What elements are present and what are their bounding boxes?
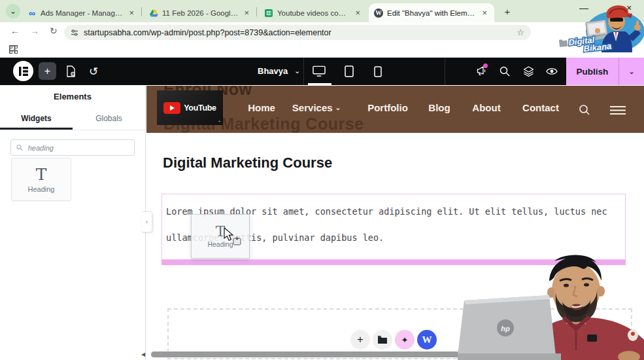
drag-copy-badge bbox=[233, 236, 241, 245]
wordpress-button[interactable]: W bbox=[417, 330, 437, 350]
history-icon[interactable]: ↺ bbox=[87, 65, 100, 78]
scrollbar-thumb[interactable] bbox=[151, 351, 629, 357]
search-icon bbox=[16, 144, 23, 151]
horizontal-scrollbar: ◀ bbox=[141, 351, 644, 358]
logo-text: YouTube bbox=[184, 103, 216, 113]
mouse-cursor bbox=[224, 228, 245, 250]
panel-collapse-handle[interactable]: ‹ bbox=[142, 211, 152, 232]
publish-options-button[interactable]: ⌄ bbox=[619, 67, 644, 76]
tab-search-button[interactable]: ⌄ bbox=[6, 4, 20, 18]
heading-widget-card[interactable]: T Heading bbox=[11, 158, 71, 201]
close-icon[interactable]: × bbox=[353, 8, 362, 18]
screen: ⌄ ∞ Ads Manager - Manage ads - C × 11 Fe… bbox=[0, 0, 644, 360]
tab-elementor-active[interactable]: W Edit "Bhavya" with Elementor × bbox=[369, 3, 494, 22]
preview-eye-icon[interactable] bbox=[545, 65, 558, 78]
nav-blog[interactable]: Blog bbox=[428, 102, 450, 113]
search-input[interactable] bbox=[27, 143, 129, 153]
active-device-underline bbox=[308, 83, 331, 85]
tab-youtube-topics[interactable]: Youtube videos complete topic × bbox=[259, 3, 367, 22]
tab-ads-manager[interactable]: ∞ Ads Manager - Manage ads - C × bbox=[22, 3, 141, 22]
tab-divider bbox=[141, 7, 142, 16]
tab-title: 11 Feb 2026 - Google Drive bbox=[162, 9, 238, 17]
page-heading[interactable]: Digital Marketing Course bbox=[163, 154, 332, 171]
elementor-menu-button[interactable] bbox=[13, 61, 33, 81]
omnibox[interactable]: startupsabha.com/wp-admin/post.php?post=… bbox=[64, 25, 531, 40]
close-icon[interactable]: × bbox=[242, 8, 251, 18]
nav-services[interactable]: Services ⌄ bbox=[292, 102, 341, 113]
folder-icon bbox=[378, 336, 387, 344]
desktop-view-icon[interactable] bbox=[313, 65, 326, 78]
bookmark-star-icon[interactable]: ☆ bbox=[517, 27, 524, 37]
divider bbox=[445, 58, 445, 85]
browser-tab-strip: ⌄ ∞ Ads Manager - Manage ads - C × 11 Fe… bbox=[0, 0, 644, 22]
chevron-down-icon: ⌄ bbox=[335, 104, 341, 111]
sheets-icon bbox=[265, 9, 273, 17]
elementor-logo-icon bbox=[19, 67, 28, 76]
nav-portfolio[interactable]: Portfolio bbox=[367, 102, 408, 113]
document-name[interactable]: Bhavya bbox=[258, 66, 288, 76]
drive-icon bbox=[149, 9, 158, 18]
nav-home[interactable]: Home bbox=[248, 102, 275, 113]
browser-address-bar: ← → ↻ startupsabha.com/wp-admin/post.php… bbox=[0, 22, 644, 42]
chevron-down-icon[interactable]: ⌄ bbox=[294, 67, 300, 75]
notification-dot bbox=[483, 63, 488, 68]
tab-title: Ads Manager - Manage ads - C bbox=[41, 9, 123, 17]
scroll-left-arrow[interactable]: ◀ bbox=[141, 351, 145, 357]
site-logo[interactable]: YouTube + bbox=[157, 90, 223, 125]
close-icon[interactable]: × bbox=[127, 8, 136, 18]
tab-title: Youtube videos complete topic bbox=[277, 9, 349, 17]
window-close-button[interactable]: × bbox=[623, 3, 635, 13]
ai-builder-button[interactable]: ✦ bbox=[395, 330, 415, 350]
elements-panel: Elements Widgets Globals T Heading bbox=[0, 85, 146, 360]
tab-title: Edit "Bhavya" with Elementor bbox=[387, 9, 476, 17]
back-button[interactable]: ← bbox=[10, 26, 20, 36]
reload-button[interactable]: ↻ bbox=[50, 26, 58, 36]
bookmarks-bar bbox=[0, 42, 644, 58]
window-minimize-button[interactable]: — bbox=[578, 3, 590, 13]
tab-divider bbox=[256, 7, 257, 16]
youtube-icon bbox=[163, 102, 180, 114]
template-library-button[interactable] bbox=[373, 330, 392, 350]
tab-globals[interactable]: Globals bbox=[73, 109, 145, 130]
structure-icon[interactable] bbox=[522, 65, 535, 78]
heading-widget-icon: T bbox=[36, 166, 47, 183]
tab-google-drive[interactable]: 11 Feb 2026 - Google Drive × bbox=[144, 3, 256, 22]
divider bbox=[303, 58, 304, 85]
page-settings-icon[interactable] bbox=[64, 65, 77, 78]
tablet-view-icon[interactable] bbox=[343, 65, 356, 78]
drop-indicator bbox=[161, 260, 626, 265]
close-icon[interactable]: × bbox=[480, 8, 489, 18]
editor-canvas[interactable]: Enroll Now Digital Marketing Course YouT… bbox=[146, 85, 644, 360]
add-section-button[interactable]: + bbox=[350, 330, 370, 350]
site-settings-icon[interactable] bbox=[71, 29, 78, 37]
meta-icon: ∞ bbox=[27, 9, 37, 18]
wordpress-icon: W bbox=[374, 9, 383, 18]
plus-icon: + bbox=[218, 118, 221, 124]
add-element-button[interactable]: + bbox=[39, 62, 56, 80]
new-tab-button[interactable]: + bbox=[501, 5, 514, 18]
forward-button[interactable]: → bbox=[30, 26, 39, 36]
mobile-view-icon[interactable] bbox=[371, 65, 384, 78]
nav-contact[interactable]: Contact bbox=[522, 102, 559, 113]
sparkle-icon: ✦ bbox=[401, 335, 409, 345]
site-header: Enroll Now Digital Marketing Course YouT… bbox=[146, 86, 644, 133]
panel-title: Elements bbox=[0, 92, 145, 101]
url-text: startupsabha.com/wp-admin/post.php?post=… bbox=[84, 28, 511, 37]
site-search-icon[interactable] bbox=[579, 104, 590, 116]
chevron-down-icon: ⌄ bbox=[10, 7, 16, 16]
finder-search-icon[interactable] bbox=[498, 65, 511, 78]
section-action-buttons: + ✦ W bbox=[350, 330, 437, 350]
heading-widget-label: Heading bbox=[28, 185, 55, 193]
tab-widgets[interactable]: Widgets bbox=[0, 109, 73, 130]
hamburger-menu-icon[interactable] bbox=[610, 106, 626, 115]
publish-button[interactable]: Publish bbox=[566, 67, 619, 77]
elementor-top-bar: + ↺ Bhavya ⌄ Publ bbox=[0, 58, 644, 85]
apps-grid-icon[interactable] bbox=[9, 45, 18, 54]
publish-split-button: Publish ⌄ bbox=[566, 58, 644, 85]
panel-tabs: Widgets Globals bbox=[0, 109, 145, 130]
widget-search-box[interactable] bbox=[10, 139, 135, 156]
nav-about[interactable]: About bbox=[472, 102, 500, 113]
